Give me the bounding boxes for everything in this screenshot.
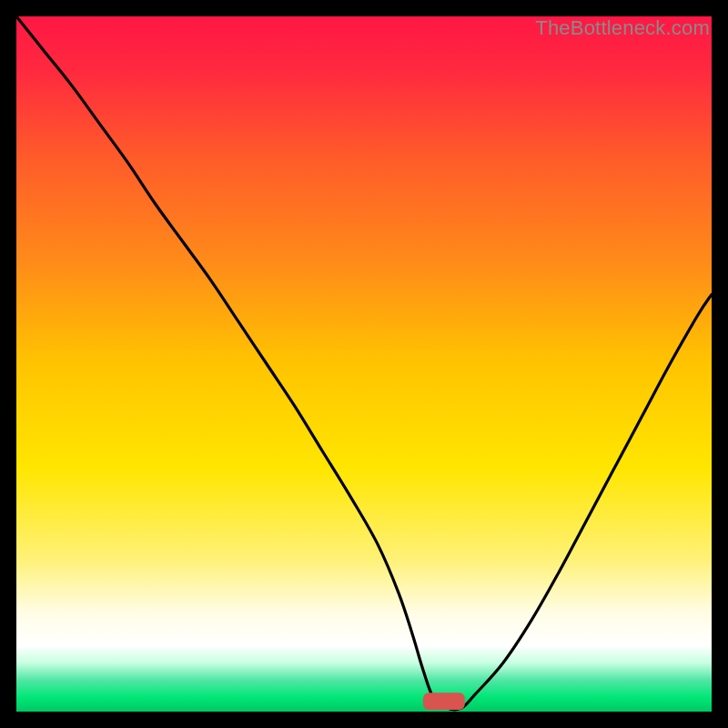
watermark-text: TheBottleneck.com	[535, 16, 710, 40]
bottleneck-chart	[16, 16, 712, 712]
optimal-marker	[423, 693, 465, 710]
chart-frame: TheBottleneck.com	[16, 16, 712, 712]
gradient-background	[16, 16, 712, 712]
